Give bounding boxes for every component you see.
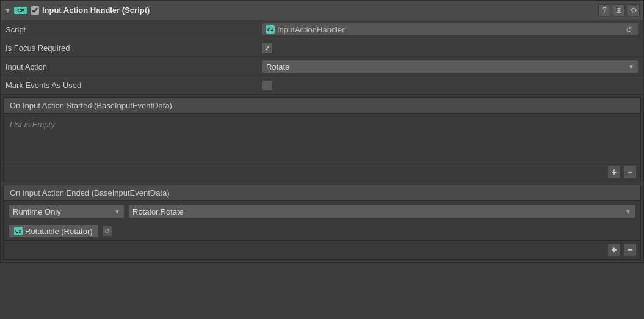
input-action-label: Input Action (5, 62, 262, 72)
runtime-dropdown[interactable]: Runtime Only ▼ (9, 205, 125, 218)
mark-events-label: Mark Events As Used (5, 81, 262, 90)
script-value-box[interactable]: C# InputActionHandler ↺ (262, 23, 639, 36)
settings2-icon-button[interactable]: ⚙ (628, 4, 640, 16)
script-cs-icon: C# (266, 25, 275, 34)
script-field-value: C# InputActionHandler ↺ (262, 23, 639, 36)
runtime-dropdown-arrow-icon: ▼ (114, 208, 120, 215)
target-object-button[interactable]: C# Rotatable (Rotator) (9, 224, 98, 238)
input-action-dropdown-arrow-icon: ▼ (628, 64, 634, 70)
script-reset-icon[interactable]: ↺ (623, 24, 634, 35)
mark-events-field-row: Mark Events As Used (1, 76, 643, 95)
event-ended-section: On Input Action Ended (BaseInputEventDat… (3, 185, 641, 260)
input-action-dropdown-text: Rotate (266, 62, 628, 72)
event-started-section: On Input Action Started (BaseInputEventD… (3, 97, 641, 182)
panel-header-left: ▼ C# Input Action Handler (Script) (4, 6, 598, 15)
script-field-row: Script C# InputActionHandler ↺ (1, 20, 643, 39)
event-started-footer: + − (4, 163, 640, 182)
input-action-handler-panel: ▼ C# Input Action Handler (Script) ? ⊞ ⚙… (0, 0, 644, 263)
event-ended-footer: + − (4, 240, 640, 259)
panel-header-right: ? ⊞ ⚙ (598, 4, 640, 16)
target-reset-icon-button[interactable]: ↺ (102, 226, 113, 237)
event-started-header: On Input Action Started (BaseInputEventD… (4, 98, 640, 114)
panel-enabled-checkbox[interactable] (31, 6, 39, 15)
script-label: Script (5, 25, 262, 34)
event-started-add-button[interactable]: + (607, 166, 621, 179)
help-icon-button[interactable]: ? (598, 4, 610, 16)
panel-header: ▼ C# Input Action Handler (Script) ? ⊞ ⚙ (1, 1, 643, 20)
focus-required-field-row: Is Focus Required (1, 39, 643, 57)
event-ended-entry-row: Runtime Only ▼ Rotator.Rotate ▼ (4, 201, 640, 222)
collapse-arrow-icon[interactable]: ▼ (4, 7, 11, 14)
focus-required-checkbox[interactable] (262, 43, 273, 54)
input-action-dropdown[interactable]: Rotate ▼ (262, 60, 639, 73)
event-started-empty-text: List is Empty (10, 120, 55, 129)
input-action-value: Rotate ▼ (262, 60, 639, 73)
input-action-field-row: Input Action Rotate ▼ (1, 57, 643, 76)
script-name: InputActionHandler (277, 25, 345, 34)
event-started-remove-button[interactable]: − (623, 166, 637, 179)
target-object-icon: C# (14, 227, 23, 235)
event-ended-target-row: C# Rotatable (Rotator) ↺ (4, 222, 640, 240)
focus-required-label: Is Focus Required (5, 43, 262, 53)
rotator-dropdown-arrow-icon: ▼ (625, 208, 631, 215)
target-object-label: Rotatable (Rotator) (25, 227, 93, 236)
rotator-dropdown[interactable]: Rotator.Rotate ▼ (128, 205, 635, 218)
mark-events-value (262, 80, 639, 91)
cs-badge: C# (14, 7, 27, 14)
event-ended-add-button[interactable]: + (607, 243, 621, 257)
event-ended-header: On Input Action Ended (BaseInputEventDat… (4, 185, 640, 201)
event-started-body: List is Empty (4, 114, 640, 163)
settings1-icon-button[interactable]: ⊞ (613, 4, 625, 16)
runtime-dropdown-text: Runtime Only (13, 207, 114, 216)
focus-required-value (262, 43, 639, 54)
rotator-dropdown-text: Rotator.Rotate (132, 207, 625, 216)
panel-title: Input Action Handler (Script) (42, 6, 150, 15)
mark-events-checkbox[interactable] (262, 80, 273, 91)
event-ended-remove-button[interactable]: − (623, 243, 637, 257)
